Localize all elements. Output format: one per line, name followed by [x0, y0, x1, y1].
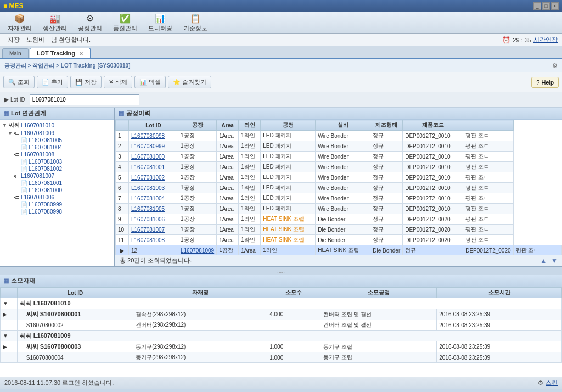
user-tab-nowonbi[interactable]: 노원비: [23, 35, 48, 44]
tab-main[interactable]: Main: [2, 48, 29, 58]
mat-material: 결속선(298x298x12): [133, 309, 267, 320]
menu-item-reference[interactable]: 📋 기준정보: [178, 12, 213, 33]
minimize-button[interactable]: _: [533, 2, 541, 10]
expand-icon[interactable]: ▼: [1, 331, 18, 341]
footer-settings-icon[interactable]: ⚙: [538, 379, 543, 387]
search-button[interactable]: 🔍 조회: [3, 76, 35, 88]
help-label: Help: [541, 79, 554, 86]
lot-id-input[interactable]: [30, 94, 139, 105]
table-cell: LED 패키지: [261, 162, 316, 172]
time-value: 29 : 35: [513, 37, 531, 43]
tree-item-1009[interactable]: ▼ 🏷 L1607081009: [1, 130, 113, 137]
tree-item-1003[interactable]: 📄 L1607081003: [1, 158, 113, 165]
table-cell[interactable]: L1607081003: [129, 183, 178, 193]
menu-item-process[interactable]: ⚙ 공정관리: [72, 12, 108, 33]
table-row[interactable]: 8L16070810051공장1Area1라인LED 패키지Wire Bonde…: [116, 204, 562, 214]
table-cell[interactable]: L1607081006: [129, 214, 178, 225]
lot-tree-title: Lot 연관관계: [11, 109, 46, 117]
tab-lot-tracking[interactable]: LOT Tracking ✕: [30, 48, 91, 58]
expand-icon[interactable]: ▼: [1, 298, 18, 309]
table-cell: Wire Bonder: [316, 204, 370, 214]
table-cell[interactable]: L1607081002: [129, 172, 178, 183]
table-cell: DEP0012T2_0010: [403, 162, 463, 172]
tree-item-0998[interactable]: 📄 L1607080998: [1, 208, 113, 215]
table-row[interactable]: 3L16070810001공장1Area1라인LED 패키지Wire Bonde…: [116, 152, 562, 162]
table-row[interactable]: 5L16070810021공장1Area1라인LED 패키지Wire Bonde…: [116, 172, 562, 183]
table-cell[interactable]: L1607081007: [129, 225, 178, 235]
cell-no: 1: [116, 131, 129, 141]
material-table: Lot ID 자재명 소모수 소모공정 소모시간 ▼씨씨 L1607081010…: [0, 287, 562, 363]
tree-item-1006[interactable]: 🏷 L1607081006: [1, 194, 113, 201]
table-cell: HEAT SINK 조립: [316, 245, 370, 255]
footer-skin-label[interactable]: 스킨: [546, 379, 558, 387]
tree-content[interactable]: ▼ 씨씨 L1607081010 ▼ 🏷 L1607081009 📄 L1607…: [0, 120, 114, 266]
menu-item-production[interactable]: 🏭 생산관리: [37, 12, 72, 33]
tree-item-1004[interactable]: 📄 L1607081004: [1, 144, 113, 151]
add-button[interactable]: 📄 추가: [37, 76, 68, 88]
table-cell: 평판 조ㄷ: [463, 152, 513, 162]
time-extend-button[interactable]: 시간연장: [533, 36, 558, 44]
clock-icon: ⏰: [502, 36, 510, 44]
add-icon: 📄: [42, 79, 49, 86]
table-cell[interactable]: L1607081004: [129, 193, 178, 204]
table-cell[interactable]: L1607081008: [129, 235, 178, 245]
help-button[interactable]: ? Help: [531, 77, 559, 88]
tree-panel-icon: ▦: [3, 110, 9, 117]
excel-button[interactable]: 📊 엑셀: [134, 76, 166, 88]
table-row[interactable]: ▶12L16070810091공장1Area1라인HEAT SINK 조립Die…: [116, 245, 562, 255]
save-button[interactable]: 💾 저장: [70, 76, 102, 88]
cell-no: 4: [116, 162, 129, 172]
table-cell: 1Area: [217, 204, 239, 214]
table-row[interactable]: 11L16070810081공장1Area1라인HEAT SINK 조립Die …: [116, 235, 562, 245]
nav-down-button[interactable]: ▼: [551, 257, 558, 265]
tree-item-1001[interactable]: 📄 L1607081001: [1, 180, 113, 187]
table-row[interactable]: 4L16070810011공장1Area1라인LED 패키지Wire Bonde…: [116, 162, 562, 172]
table-cell[interactable]: L1607081005: [129, 204, 178, 214]
table-cell: DEP0012T2_0010: [403, 193, 463, 204]
nav-up-button[interactable]: ▲: [540, 257, 547, 265]
table-cell: 1공장: [178, 214, 217, 225]
cell-no: 11: [116, 235, 129, 245]
close-button[interactable]: ×: [551, 2, 559, 10]
menu-item-quality[interactable]: ✅ 품질관리: [108, 12, 143, 33]
table-row[interactable]: 10L16070810071공장1Area1라인HEAT SINK 조립Die …: [116, 225, 562, 235]
table-cell[interactable]: L1607081000: [129, 152, 178, 162]
table-cell: Wire Bonder: [316, 162, 370, 172]
menu-label-asset: 자재관리: [8, 24, 32, 32]
delete-button[interactable]: ✕ 삭제: [104, 76, 132, 88]
table-row[interactable]: 6L16070810031공장1Area1라인LED 패키지Wire Bonde…: [116, 183, 562, 193]
table-cell: 1라인: [239, 193, 261, 204]
table-row[interactable]: 1L16070809981공장1Area1라인LED 패키지Wire Bonde…: [116, 131, 562, 141]
tree-item-1007[interactable]: 🏷 L1607081007: [1, 172, 113, 180]
maximize-button[interactable]: □: [542, 2, 550, 10]
tab-close-icon[interactable]: ✕: [79, 51, 83, 57]
tree-label-1008: L1607081008: [21, 152, 54, 158]
tree-item-1002[interactable]: 📄 L1607081002: [1, 165, 113, 172]
tree-item-1005[interactable]: 📄 L1607081005: [1, 137, 113, 144]
table-cell: 1Area: [239, 245, 261, 255]
table-row[interactable]: 2L16070809991공장1Area1라인LED 패키지Wire Bonde…: [116, 141, 562, 152]
tree-icon-1005: 📄: [21, 137, 27, 143]
favorite-button[interactable]: ⭐ 즐겨찾기: [168, 76, 211, 88]
process-table-container[interactable]: Lot ID 공장 Area 라인 공정 설비 제조형태 제품코드 1L1607…: [115, 120, 562, 255]
table-cell[interactable]: L1607081009: [178, 245, 217, 255]
table-row[interactable]: 9L16070810061공장1Area1라인HEAT SINK 조립Die B…: [116, 214, 562, 225]
user-tab-jajang[interactable]: 자장: [4, 35, 23, 44]
tree-item-1000[interactable]: 📄 L1607081000: [1, 187, 113, 194]
menu-item-asset[interactable]: 📦 자재관리: [2, 12, 37, 33]
tree-item-root[interactable]: ▼ 씨씨 L1607081010: [1, 121, 113, 130]
tree-item-0999[interactable]: 📄 L1607080999: [1, 201, 113, 208]
menu-bar: 📦 자재관리 🏭 생산관리 ⚙ 공정관리 ✅ 품질관리 📊 모니터링 📋 기준정…: [0, 12, 562, 34]
table-cell: 1공장: [178, 172, 217, 183]
cell-no: 6: [116, 183, 129, 193]
table-cell[interactable]: L1607081001: [129, 162, 178, 172]
material-table-container[interactable]: Lot ID 자재명 소모수 소모공정 소모시간 ▼씨씨 L1607081010…: [0, 287, 562, 377]
asset-icon: 📦: [14, 13, 25, 24]
table-row[interactable]: 7L16070810041공장1Area1라인LED 패키지Wire Bonde…: [116, 193, 562, 204]
table-cell[interactable]: L1607080999: [129, 141, 178, 152]
menu-item-monitoring[interactable]: 📊 모니터링: [143, 12, 178, 33]
page-settings-icon[interactable]: ⚙: [552, 62, 558, 69]
table-cell: 정규: [370, 183, 403, 193]
tree-item-1008[interactable]: 🏷 L1607081008: [1, 151, 113, 158]
table-cell[interactable]: L1607080998: [129, 131, 178, 141]
